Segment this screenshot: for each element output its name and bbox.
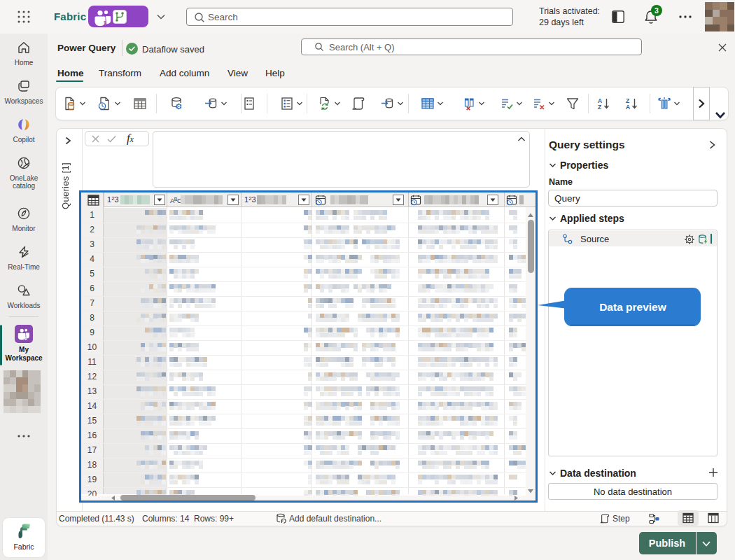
svg-text:1: 1: [103, 20, 106, 27]
svg-text:1: 1: [24, 336, 27, 341]
svg-text:A: A: [598, 97, 602, 104]
svg-text:A: A: [626, 104, 630, 111]
svg-text:Z: Z: [626, 97, 629, 104]
svg-text:Z: Z: [598, 104, 601, 111]
